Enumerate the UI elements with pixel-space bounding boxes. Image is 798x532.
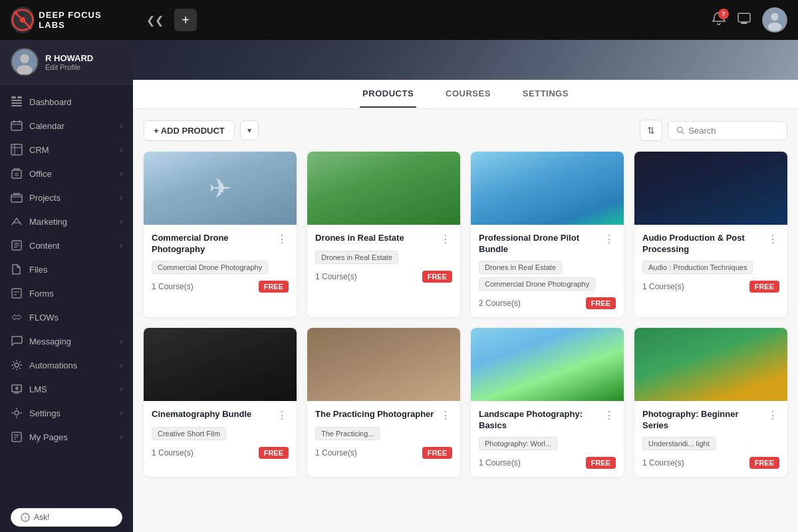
search-input[interactable] [688,126,779,136]
sidebar-item-dashboard[interactable]: Dashboard [0,90,133,114]
sidebar-item-label: FLOWs [29,313,59,323]
sidebar-item-label: Messaging [29,336,71,346]
courses-count: 1 Course(s) [642,458,684,467]
collapse-sidebar-button[interactable]: ❮❮ [144,11,166,29]
card-footer: 1 Course(s) FREE [315,271,452,283]
product-menu-button[interactable]: ⋮ [602,409,616,422]
svg-rect-7 [17,96,22,98]
chevron-right-icon: › [120,410,122,417]
forms-icon [11,287,23,299]
sidebar-item-projects[interactable]: Projects › [0,186,133,209]
product-image [634,328,787,401]
product-tag: Photography: Worl... [479,437,557,450]
svg-rect-10 [11,105,22,106]
chevron-right-icon: › [120,242,122,249]
sidebar-item-my-pages[interactable]: My Pages › [0,425,133,449]
sidebar-item-label: Forms [29,289,54,299]
product-title: Audio Production & Post Processing [642,233,766,255]
free-badge: FREE [259,447,289,459]
user-avatar[interactable] [762,7,787,33]
sidebar-item-marketing[interactable]: Marketing › [0,209,133,233]
sidebar-item-forms[interactable]: Forms [0,281,133,305]
tab-products[interactable]: PRODUCTS [360,80,416,108]
svg-rect-8 [11,100,22,101]
product-title: Cinematography Bundle [152,409,275,420]
notification-button[interactable]: 7 [712,11,726,29]
avatar-image [763,8,787,32]
sidebar-item-messaging[interactable]: Messaging › [0,329,133,353]
product-image [307,328,460,401]
chevron-right-icon: › [120,146,122,154]
svg-point-4 [20,55,29,63]
product-menu-button[interactable]: ⋮ [766,409,779,422]
toolbar-right: ⇅ [640,120,787,141]
card-body: Audio Production & Post Processing ⋮ Aud… [634,225,787,301]
sidebar-item-label: Projects [29,193,61,203]
message-button[interactable] [737,11,751,29]
product-menu-button[interactable]: ⋮ [275,233,289,245]
free-badge: FREE [586,457,616,469]
notification-badge: 7 [718,9,729,19]
product-title: The Practicing Photographer [315,409,439,420]
product-tag: Commercial Drone Photography [479,277,595,291]
product-card: Commercial Drone Photography ⋮ Commercia… [144,152,297,317]
ask-button[interactable]: ? Ask! [11,508,122,527]
product-image-inner [634,152,787,225]
calendar-icon [11,120,23,132]
sidebar-item-settings[interactable]: Settings › [0,401,133,425]
toolbar-left: + ADD PRODUCT ▾ [144,120,259,141]
crm-icon [11,144,23,156]
svg-rect-39 [738,13,750,22]
lms-icon [11,383,23,395]
sidebar-item-files[interactable]: Files [0,257,133,281]
add-product-button[interactable]: + ADD PRODUCT [144,120,235,141]
dropdown-button[interactable]: ▾ [240,120,259,140]
svg-rect-6 [11,96,16,98]
svg-point-43 [677,127,682,132]
card-body: Photography: Beginner Series ⋮ Understan… [634,401,787,477]
settings-icon [11,407,23,419]
chevron-right-icon: › [120,362,122,369]
sidebar-item-flows[interactable]: FLOWs [0,305,133,329]
message-icon [737,11,751,26]
chevron-right-icon: › [120,218,122,225]
product-image-inner [307,152,460,225]
product-menu-button[interactable]: ⋮ [439,409,452,422]
product-image-inner [634,328,787,401]
chevron-right-icon: › [120,194,122,201]
add-button[interactable]: + [174,9,197,31]
avatar [11,48,39,76]
sidebar-item-calendar[interactable]: Calendar › [0,114,133,138]
tab-courses[interactable]: COURSES [443,80,493,108]
product-title: Landscape Photography: Basics [479,409,602,432]
product-tags: The Practicing... [315,427,452,440]
sidebar-item-lms[interactable]: LMS › [0,377,133,401]
card-footer: 1 Course(s) FREE [315,447,452,459]
sidebar-item-automations[interactable]: Automations › [0,353,133,377]
product-image [144,152,297,225]
card-title-row: The Practicing Photographer ⋮ [315,409,452,422]
free-badge: FREE [749,457,779,469]
product-menu-button[interactable]: ⋮ [766,233,779,245]
sidebar-item-label: CRM [29,145,49,155]
tab-settings[interactable]: SETTINGS [520,80,571,108]
sidebar-item-content[interactable]: Content › [0,233,133,257]
free-badge: FREE [586,297,616,309]
product-card: Professional Drone Pilot Bundle ⋮ Drones… [471,152,624,317]
sidebar-item-office[interactable]: Office › [0,162,133,186]
sidebar-item-crm[interactable]: CRM › [0,138,133,162]
product-grid: Commercial Drone Photography ⋮ Commercia… [144,152,787,477]
product-menu-button[interactable]: ⋮ [439,233,452,245]
product-card: Photography: Beginner Series ⋮ Understan… [634,328,787,477]
product-tag: Audio : Production Techniques [642,261,753,274]
product-tags: Creative Short Film [152,427,289,440]
product-tags: Understandi... light [642,437,779,450]
dashboard-icon [11,96,23,108]
sidebar-nav: Dashboard Calendar › [0,84,133,503]
product-menu-button[interactable]: ⋮ [275,409,289,422]
product-menu-button[interactable]: ⋮ [602,233,616,245]
product-image [471,328,624,401]
sort-button[interactable]: ⇅ [640,120,662,141]
card-title-row: Drones in Real Estate ⋮ [315,233,452,245]
edit-profile-link[interactable]: Edit Profile [45,63,93,71]
